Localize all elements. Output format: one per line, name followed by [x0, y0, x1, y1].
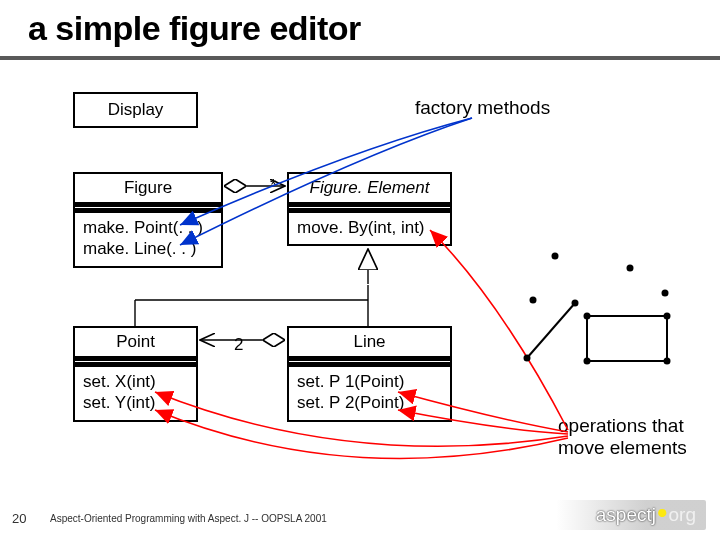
class-name: Figure. Element	[289, 174, 450, 202]
svg-line-10	[527, 303, 575, 358]
op: move. By(int, int)	[297, 217, 442, 238]
multiplicity-star: *	[270, 176, 277, 196]
svg-point-8	[662, 290, 669, 297]
uml-class-figure-element: Figure. Element move. By(int, int)	[287, 172, 452, 246]
footer-text: Aspect-Oriented Programming with Aspect.…	[50, 513, 327, 524]
note-move-operations: operations that move elements	[558, 415, 708, 459]
class-name: Figure	[75, 174, 221, 202]
svg-point-6	[552, 253, 559, 260]
svg-point-7	[627, 265, 634, 272]
page-title: a simple figure editor	[28, 9, 361, 48]
class-name: Point	[75, 328, 196, 356]
logo-text-org: org	[669, 504, 696, 526]
uml-class-display: Display	[73, 92, 198, 128]
title-bar: a simple figure editor	[0, 0, 720, 60]
class-ops: set. X(int) set. Y(int)	[75, 362, 196, 420]
note-factory-methods: factory methods	[415, 97, 550, 119]
op: make. Line(. . )	[83, 238, 213, 259]
class-name: Line	[289, 328, 450, 356]
aspectj-logo: aspectj•org	[556, 500, 706, 530]
op: make. Point(. . )	[83, 217, 213, 238]
svg-point-14	[584, 313, 591, 320]
svg-point-15	[664, 313, 671, 320]
class-name: Display	[75, 94, 196, 126]
class-ops: make. Point(. . ) make. Line(. . )	[75, 208, 221, 266]
class-ops: move. By(int, int)	[289, 208, 450, 244]
svg-point-12	[572, 300, 579, 307]
svg-point-16	[584, 358, 591, 365]
uml-class-line: Line set. P 1(Point) set. P 2(Point)	[287, 326, 452, 422]
uml-class-point: Point set. X(int) set. Y(int)	[73, 326, 198, 422]
illustration-figures	[515, 238, 680, 368]
logo-text-aspectj: aspectj	[596, 504, 656, 526]
svg-rect-13	[587, 316, 667, 361]
op: set. P 2(Point)	[297, 392, 442, 413]
page-number: 20	[12, 511, 26, 526]
svg-point-9	[530, 297, 537, 304]
op: set. Y(int)	[83, 392, 188, 413]
svg-point-17	[664, 358, 671, 365]
multiplicity-two: 2	[234, 335, 243, 355]
op: set. X(int)	[83, 371, 188, 392]
op: set. P 1(Point)	[297, 371, 442, 392]
svg-point-11	[524, 355, 531, 362]
class-ops: set. P 1(Point) set. P 2(Point)	[289, 362, 450, 420]
uml-class-figure: Figure make. Point(. . ) make. Line(. . …	[73, 172, 223, 268]
